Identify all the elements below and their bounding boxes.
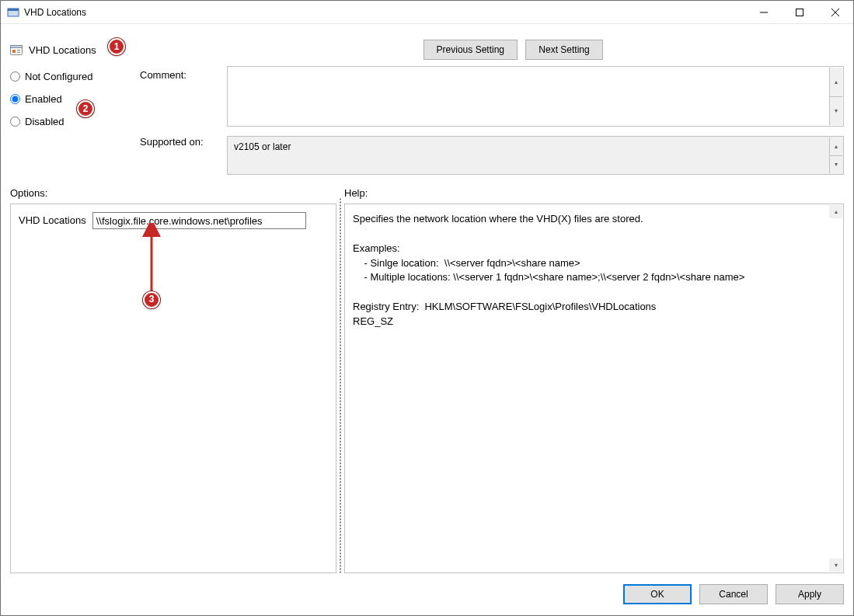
supported-on-value: v2105 or later bbox=[234, 141, 291, 152]
svg-rect-1 bbox=[8, 9, 19, 11]
radio-label: Disabled bbox=[25, 116, 64, 127]
radio-disabled[interactable]: Disabled bbox=[10, 116, 131, 127]
help-body: Specifies the network location where the… bbox=[344, 204, 844, 573]
footer: OK Cancel Apply bbox=[1, 573, 853, 615]
radio-label: Not Configured bbox=[25, 71, 92, 82]
vhd-locations-input[interactable] bbox=[92, 212, 306, 229]
option-field-label: VHD Locations bbox=[19, 214, 86, 228]
supported-on-textbox: v2105 or later ▴ ▾ bbox=[227, 136, 844, 175]
help-header: Help: bbox=[344, 184, 844, 204]
help-text: Specifies the network location where the… bbox=[353, 212, 828, 329]
scroll-down-icon[interactable]: ▾ bbox=[829, 559, 842, 572]
app-icon bbox=[7, 6, 19, 19]
config-area: Not Configured Enabled Disabled Comment:… bbox=[1, 66, 853, 184]
svg-rect-8 bbox=[12, 50, 16, 53]
comment-textbox[interactable]: ▴ ▾ bbox=[227, 66, 844, 127]
apply-button[interactable]: Apply bbox=[776, 584, 844, 604]
options-pane: Options: VHD Locations 3 bbox=[10, 184, 336, 573]
radio-enabled[interactable]: Enabled bbox=[10, 93, 131, 105]
radio-not-configured[interactable]: Not Configured bbox=[10, 71, 131, 82]
callout-3: 3 bbox=[143, 291, 160, 308]
panes: Options: VHD Locations 3 Help: Specifies… bbox=[1, 184, 853, 573]
state-radios: Not Configured Enabled Disabled bbox=[10, 66, 131, 175]
minimize-button[interactable] bbox=[746, 1, 782, 23]
scroll-up-icon[interactable]: ▴ bbox=[829, 205, 842, 218]
pane-splitter[interactable] bbox=[338, 198, 343, 573]
options-header: Options: bbox=[10, 184, 336, 204]
comment-label: Comment: bbox=[140, 69, 218, 136]
page-title: VHD Locations bbox=[29, 44, 96, 56]
ok-button[interactable]: OK bbox=[623, 584, 692, 604]
next-setting-button[interactable]: Next Setting bbox=[525, 40, 603, 60]
policy-icon bbox=[10, 44, 23, 56]
supported-scroll: ▴ ▾ bbox=[829, 137, 842, 173]
supported-on-label: Supported on: bbox=[140, 136, 218, 148]
scroll-down-icon: ▾ bbox=[829, 156, 842, 174]
radio-label: Enabled bbox=[25, 93, 62, 105]
window-title: VHD Locations bbox=[24, 7, 746, 18]
header-row: VHD Locations Previous Setting Next Sett… bbox=[1, 24, 853, 66]
scroll-up-icon[interactable]: ▴ bbox=[829, 68, 842, 97]
close-button[interactable] bbox=[817, 1, 853, 23]
callout-arrow bbox=[140, 223, 163, 301]
help-scrollbar[interactable]: ▴ ▾ bbox=[829, 205, 842, 572]
svg-rect-9 bbox=[17, 50, 20, 50]
svg-rect-10 bbox=[17, 52, 20, 53]
options-body: VHD Locations 3 bbox=[10, 204, 336, 573]
scroll-down-icon[interactable]: ▾ bbox=[829, 97, 842, 126]
titlebar: VHD Locations bbox=[1, 1, 853, 24]
window-buttons bbox=[746, 1, 853, 23]
scroll-up-icon: ▴ bbox=[829, 137, 842, 156]
cancel-button[interactable]: Cancel bbox=[699, 584, 768, 604]
previous-setting-button[interactable]: Previous Setting bbox=[424, 40, 518, 60]
svg-rect-7 bbox=[11, 46, 23, 48]
callout-1: 1 bbox=[108, 38, 125, 55]
svg-rect-3 bbox=[796, 9, 803, 16]
help-pane: Help: Specifies the network location whe… bbox=[344, 184, 844, 573]
maximize-button[interactable] bbox=[782, 1, 817, 23]
comment-scroll[interactable]: ▴ ▾ bbox=[829, 68, 842, 125]
